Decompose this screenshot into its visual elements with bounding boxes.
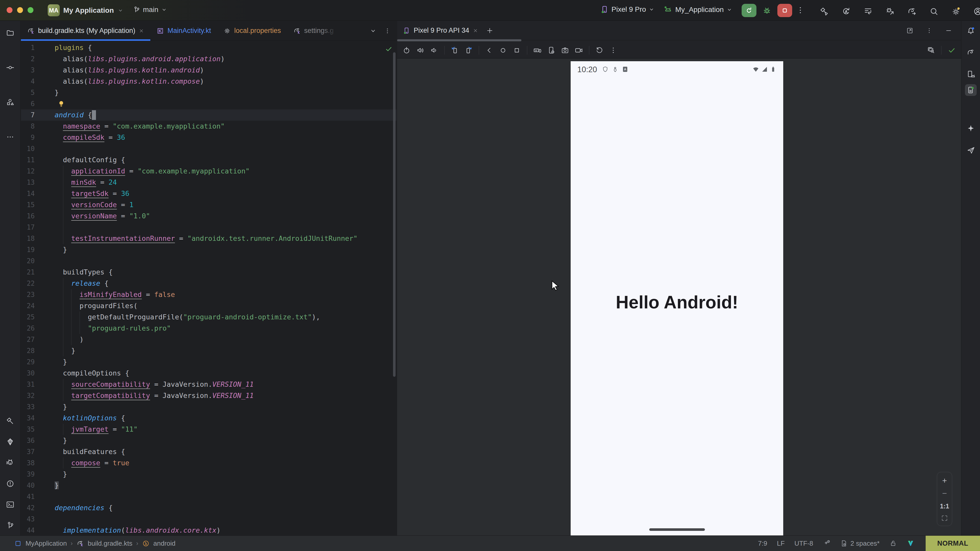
stop-button[interactable]	[777, 4, 792, 17]
notifications-button[interactable]	[965, 25, 977, 37]
unlock-icon[interactable]	[889, 540, 897, 547]
code-line[interactable]: 1plugins {	[21, 42, 396, 53]
device-screen[interactable]: 10:20 A Hello Android!	[571, 61, 783, 536]
home-button[interactable]	[497, 44, 509, 56]
code-line[interactable]: 32 targetCompatibility = JavaVersion.VER…	[21, 390, 396, 401]
rotate-left-button[interactable]	[449, 44, 461, 56]
commit-tool-button[interactable]	[4, 62, 16, 73]
ui-check-indicator[interactable]	[946, 44, 958, 56]
code-line[interactable]: 17	[21, 222, 396, 233]
encoding-widget[interactable]: UTF-8	[794, 540, 813, 548]
build-button[interactable]	[818, 5, 830, 17]
line-number[interactable]: 4	[21, 76, 35, 87]
rotate-right-button[interactable]	[463, 44, 474, 56]
layout-inspector-toggle[interactable]	[925, 44, 937, 56]
device-manager-button[interactable]	[965, 68, 977, 80]
code-line[interactable]: 31 sourceCompatibility = JavaVersion.VER…	[21, 379, 396, 390]
line-number[interactable]: 43	[21, 513, 35, 525]
wifi-icon[interactable]	[752, 66, 759, 74]
code-line[interactable]: 23 isMinifyEnabled = false	[21, 289, 396, 300]
debug-button[interactable]	[759, 4, 774, 17]
snapshot-button[interactable]	[593, 44, 605, 56]
cell-signal-icon[interactable]	[761, 66, 768, 74]
screen-record-button[interactable]	[573, 44, 585, 56]
code-line[interactable]: 37 buildFeatures {	[21, 446, 396, 457]
tab-scrollbar[interactable]	[397, 39, 522, 41]
gradle-sync-button[interactable]	[906, 5, 918, 17]
app-insights-button[interactable]	[4, 436, 16, 448]
code-line[interactable]: 22 release {	[21, 278, 396, 289]
line-number[interactable]: 31	[21, 379, 35, 390]
intention-bulb-icon[interactable]	[57, 100, 65, 108]
line-number[interactable]: 14	[21, 188, 35, 199]
problems-button[interactable]	[4, 478, 16, 489]
project-widget[interactable]: MA My Application	[48, 4, 124, 16]
tab-build-gradle-kts[interactable]: build.gradle.kts (My Application)	[21, 21, 150, 41]
line-number[interactable]: 28	[21, 345, 35, 356]
code-line[interactable]: 28 }	[21, 345, 396, 356]
line-number[interactable]: 7	[21, 110, 35, 121]
line-number[interactable]: 15	[21, 199, 35, 210]
line-number[interactable]: 17	[21, 222, 35, 233]
minimize-window-button[interactable]	[17, 7, 23, 13]
hidden-tabs-button[interactable]	[369, 27, 377, 35]
line-number[interactable]: 13	[21, 177, 35, 188]
line-number[interactable]: 41	[21, 491, 35, 502]
version-control-button[interactable]	[4, 519, 16, 531]
line-number[interactable]: 32	[21, 390, 35, 401]
code-line[interactable]: 13 minSdk = 24	[21, 177, 396, 188]
code-line[interactable]: 21 buildTypes {	[21, 267, 396, 278]
code-line[interactable]: 24 proguardFiles(	[21, 300, 396, 311]
gradle-button[interactable]	[965, 47, 977, 59]
code-line[interactable]: 12 applicationId = "com.example.myapplic…	[21, 165, 396, 177]
zoom-in-button[interactable]: +	[942, 476, 947, 485]
tab-local-properties[interactable]: local.properties	[217, 21, 287, 41]
hide-panel-button[interactable]	[943, 25, 955, 37]
line-number[interactable]: 37	[21, 446, 35, 457]
zoom-out-button[interactable]: −	[942, 489, 947, 498]
breadcrumb-item[interactable]: build.gradle.kts	[88, 540, 132, 548]
code-line[interactable]: 10	[21, 143, 396, 154]
code-line[interactable]: 39 }	[21, 468, 396, 480]
line-number[interactable]: 16	[21, 210, 35, 222]
indent-widget[interactable]: 2 spaces*	[840, 540, 880, 548]
code-line[interactable]: 6	[21, 98, 396, 110]
code-line[interactable]: 29 }	[21, 356, 396, 368]
settings-button[interactable]	[950, 5, 962, 17]
gemini-button[interactable]	[965, 122, 977, 134]
gesture-navigation-handle[interactable]	[649, 528, 705, 531]
tab-options-button[interactable]	[384, 27, 391, 35]
run-configuration-selector[interactable]: My_Application	[663, 5, 732, 14]
close-window-button[interactable]	[6, 7, 13, 13]
line-number[interactable]: 39	[21, 468, 35, 480]
power-button[interactable]	[401, 44, 412, 56]
code-line[interactable]: 35 jvmTarget = "11"	[21, 424, 396, 435]
ai-assistant-status-icon[interactable]	[823, 540, 830, 547]
code-line[interactable]: 4 alias(libs.plugins.kotlin.compose)	[21, 76, 396, 87]
vim-plugin-icon[interactable]	[907, 540, 915, 547]
line-separator-widget[interactable]: LF	[777, 540, 784, 548]
battery-icon[interactable]	[770, 66, 776, 74]
line-number[interactable]: 35	[21, 424, 35, 435]
back-button[interactable]	[484, 44, 495, 56]
hardware-input-button[interactable]	[531, 44, 543, 56]
vpn-shield-icon[interactable]	[602, 66, 609, 74]
screenshot-button[interactable]	[559, 44, 571, 56]
code-line[interactable]: 41	[21, 491, 396, 502]
inspections-ok-icon[interactable]	[385, 45, 393, 53]
tab-mainactivity-kt[interactable]: MainActivity.kt	[150, 21, 217, 41]
volume-down-button[interactable]	[428, 44, 440, 56]
add-device-tab-button[interactable]	[486, 27, 493, 35]
attach-debugger-button[interactable]	[884, 5, 896, 17]
breadcrumb-item[interactable]: MyApplication	[25, 540, 67, 548]
line-number[interactable]: 33	[21, 401, 35, 413]
zoom-to-fit-button[interactable]	[941, 514, 948, 522]
code-line[interactable]: 14 targetSdk = 36	[21, 188, 396, 199]
account-button[interactable]	[972, 5, 980, 17]
line-number[interactable]: 29	[21, 356, 35, 368]
build-tool-button[interactable]	[4, 415, 16, 427]
location-icon[interactable]	[612, 66, 619, 74]
vim-mode-badge[interactable]: NORMAL	[926, 536, 980, 551]
code-line[interactable]: 19 }	[21, 244, 396, 256]
line-number[interactable]: 30	[21, 368, 35, 379]
